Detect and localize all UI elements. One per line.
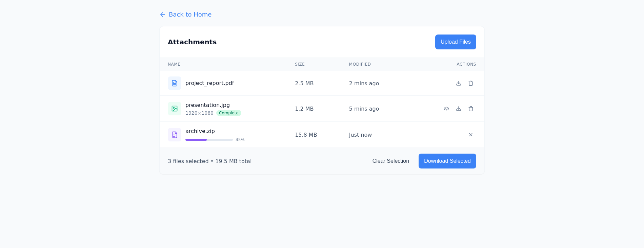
delete-button[interactable]	[465, 78, 476, 89]
file-size: 15.8 MB	[295, 132, 344, 138]
close-icon	[468, 132, 474, 137]
document-icon	[171, 80, 178, 87]
delete-button[interactable]	[465, 103, 476, 114]
file-row[interactable]: archive.zip 45% 15.8 MB Just now	[160, 122, 484, 148]
column-actions: Actions	[403, 62, 477, 67]
cancel-upload-button[interactable]	[465, 129, 476, 140]
back-link-label: Back to Home	[169, 11, 212, 18]
clear-selection-button[interactable]: Clear Selection	[367, 154, 415, 168]
column-modified: Modified	[349, 62, 398, 67]
download-icon	[456, 81, 461, 86]
download-button[interactable]	[453, 78, 464, 89]
column-size: Size	[295, 62, 344, 67]
card-footer: 3 files selected • 19.5 MB total Clear S…	[160, 148, 484, 174]
arrow-left-icon	[159, 11, 166, 18]
attachments-card: Attachments Upload Files Name Size Modif…	[159, 26, 485, 174]
upload-progress-text: 45%	[236, 137, 245, 142]
card-title: Attachments	[168, 37, 217, 47]
file-modified: 2 mins ago	[349, 80, 398, 87]
download-icon	[456, 106, 461, 111]
file-type-icon	[168, 76, 181, 90]
download-selected-button[interactable]: Download Selected	[419, 154, 476, 168]
file-type-icon	[168, 128, 181, 141]
trash-icon	[468, 106, 474, 111]
file-type-icon	[168, 102, 181, 115]
eye-icon	[444, 106, 449, 111]
download-button[interactable]	[453, 103, 464, 114]
file-row[interactable]: project_report.pdf 2.5 MB 2 mins ago	[160, 71, 484, 96]
image-icon	[171, 105, 178, 112]
file-size: 1.2 MB	[295, 106, 344, 112]
trash-icon	[468, 81, 474, 86]
upload-files-button[interactable]: Upload Files	[435, 35, 476, 49]
file-dimensions: 1920×1080	[185, 110, 214, 116]
file-name: archive.zip	[185, 127, 289, 135]
file-name: presentation.jpg	[185, 101, 289, 109]
preview-button[interactable]	[441, 103, 452, 114]
status-badge: Complete	[216, 110, 241, 116]
table-header: Name Size Modified Actions	[160, 58, 484, 71]
selection-summary: 3 files selected • 19.5 MB total	[168, 158, 251, 164]
file-row[interactable]: presentation.jpg 1920×1080 Complete 1.2 …	[160, 96, 484, 122]
back-to-home-link[interactable]: Back to Home	[159, 11, 212, 18]
upload-progress-fill	[185, 139, 207, 141]
svg-point-3	[446, 108, 447, 109]
archive-icon	[171, 131, 178, 138]
file-modified: Just now	[349, 132, 398, 138]
file-modified: 5 mins ago	[349, 106, 398, 112]
card-header: Attachments Upload Files	[160, 26, 484, 58]
column-name: Name	[168, 62, 289, 67]
file-name: project_report.pdf	[185, 79, 289, 87]
file-size: 2.5 MB	[295, 80, 344, 87]
svg-point-2	[173, 107, 174, 108]
upload-progress-bar	[185, 139, 233, 141]
